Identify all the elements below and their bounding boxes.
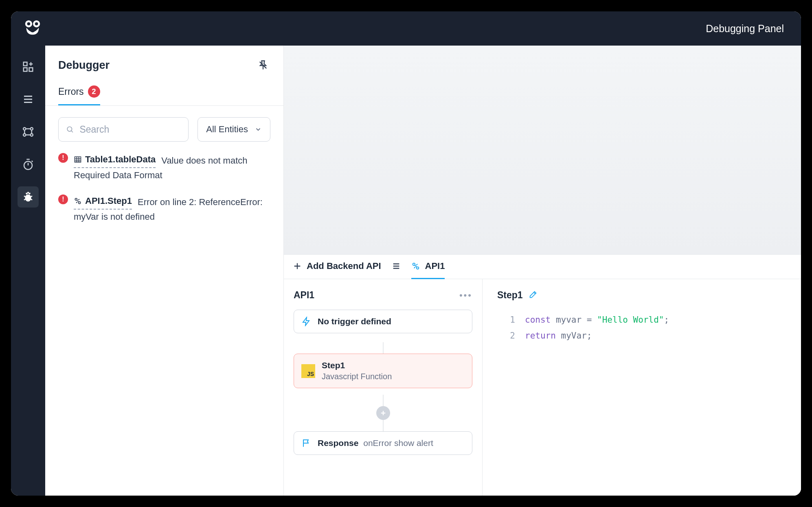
- code-editor[interactable]: 1 const myvar = "Hello World"; 2 return …: [497, 312, 786, 344]
- plus-small-icon: [380, 409, 387, 417]
- rail-debugger[interactable]: [18, 186, 39, 208]
- response-label: Response: [318, 438, 358, 448]
- svg-point-10: [23, 133, 26, 136]
- rail-stopwatch[interactable]: [18, 154, 39, 175]
- error-count-badge: 2: [88, 85, 100, 98]
- response-node[interactable]: Response onError show alert: [294, 431, 472, 455]
- step1-node[interactable]: JS Step1 Javascript Function: [294, 354, 472, 388]
- line-number: 2: [497, 328, 515, 344]
- svg-point-2: [27, 22, 31, 26]
- response-sub: onError show alert: [363, 438, 433, 448]
- step-title: Step1: [322, 361, 345, 370]
- tab-api1[interactable]: API1: [411, 255, 445, 279]
- flag-icon: [301, 438, 311, 448]
- svg-rect-7: [24, 68, 27, 72]
- svg-point-14: [67, 127, 72, 131]
- code-editor-panel: Step1 1 const myvar = "Hello World";: [483, 279, 801, 496]
- list-icon: [392, 262, 401, 271]
- edit-step-name-button[interactable]: [529, 290, 538, 301]
- titlebar: Debugging Panel: [11, 11, 801, 46]
- rail-queries[interactable]: [18, 121, 39, 142]
- app-logo-icon: [23, 19, 42, 38]
- errors-list: ! Table1.tableData Value does not match …: [45, 151, 283, 226]
- search-input[interactable]: [79, 124, 181, 135]
- error-severity-icon: !: [58, 194, 68, 204]
- api-panel-title: API1: [294, 290, 314, 301]
- trigger-label: No trigger defined: [318, 317, 391, 326]
- trigger-node[interactable]: No trigger defined: [294, 310, 472, 333]
- error-severity-icon: !: [58, 153, 68, 163]
- svg-point-13: [25, 194, 31, 202]
- canvas-area[interactable]: [284, 46, 801, 255]
- bolt-icon: [301, 317, 311, 326]
- tab-errors-label: Errors: [58, 86, 84, 97]
- api-more-menu[interactable]: •••: [459, 290, 472, 301]
- error-entity: Table1.tableData: [85, 152, 156, 167]
- error-item[interactable]: ! Table1.tableData Value does not match …: [58, 152, 270, 183]
- page-title: Debugging Panel: [706, 23, 784, 35]
- tab-add-backend-api-label: Add Backend API: [307, 261, 381, 271]
- chevron-down-icon: [255, 126, 262, 133]
- svg-point-11: [31, 133, 33, 136]
- js-badge-icon: JS: [301, 364, 315, 378]
- svg-point-4: [31, 29, 35, 33]
- debugger-tabs: Errors 2: [45, 81, 283, 106]
- entity-filter-dropdown[interactable]: All Entities: [198, 117, 270, 142]
- search-icon: [66, 125, 74, 134]
- svg-rect-6: [29, 68, 33, 72]
- connector-line: [383, 420, 384, 431]
- tab-api1-label: API1: [425, 261, 445, 271]
- entity-filter-label: All Entities: [206, 124, 248, 135]
- step-subtitle: Javascript Function: [322, 372, 392, 381]
- add-step-button[interactable]: [376, 406, 390, 420]
- bottom-tabs: Add Backend API API1: [284, 255, 801, 279]
- api-icon: [74, 197, 82, 205]
- editor-step-title: Step1: [497, 290, 523, 301]
- plus-icon: [293, 262, 302, 271]
- connector-line: [383, 342, 384, 354]
- line-number: 1: [497, 312, 515, 328]
- debugger-title: Debugger: [58, 59, 110, 72]
- svg-rect-5: [24, 62, 27, 66]
- tab-add-backend-api[interactable]: Add Backend API: [293, 255, 381, 279]
- table-icon: [74, 155, 82, 164]
- svg-point-8: [23, 127, 26, 130]
- side-rail: [11, 46, 45, 496]
- pin-button[interactable]: [256, 58, 270, 72]
- rail-menu[interactable]: [18, 89, 39, 110]
- svg-point-3: [35, 22, 38, 26]
- rail-add-widget[interactable]: [18, 56, 39, 77]
- error-entity: API1.Step1: [85, 194, 132, 208]
- svg-rect-15: [75, 157, 81, 162]
- error-item[interactable]: ! API1.Step1 Error on line 2: ReferenceE…: [58, 194, 270, 225]
- tab-errors[interactable]: Errors 2: [58, 81, 100, 105]
- tab-api-list[interactable]: [392, 255, 401, 279]
- api-tab-icon: [411, 262, 420, 271]
- search-input-wrap[interactable]: [58, 117, 189, 142]
- api-steps-panel: API1 ••• No trigger defined: [284, 279, 483, 496]
- debugger-panel: Debugger Errors 2: [45, 46, 284, 496]
- connector-line: [383, 395, 384, 406]
- svg-point-9: [31, 127, 33, 130]
